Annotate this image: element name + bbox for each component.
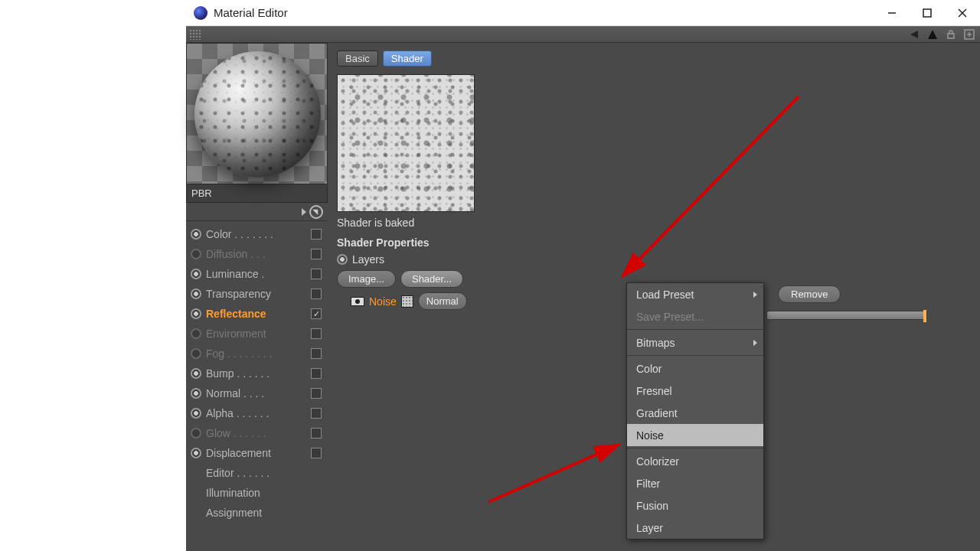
menu-item-label: Noise <box>636 429 664 442</box>
menu-item-load-preset[interactable]: Load Preset <box>627 283 763 305</box>
channel-label: Diffusion . . . <box>206 248 306 260</box>
blend-mode-button[interactable]: Normal <box>418 292 467 310</box>
menu-item-layer[interactable]: Layer <box>627 517 763 539</box>
channel-radio[interactable] <box>191 249 201 259</box>
minimize-button[interactable] <box>874 0 910 26</box>
channel-environment[interactable]: Environment <box>186 324 328 344</box>
channel-radio[interactable] <box>191 308 201 319</box>
cursor-icon[interactable] <box>309 205 323 219</box>
svg-rect-1 <box>923 9 931 17</box>
layer-entry-label[interactable]: Noise <box>369 295 397 308</box>
channel-checkbox[interactable] <box>311 428 322 439</box>
window-title: Material Editor <box>214 6 288 19</box>
tab-shader[interactable]: Shader <box>383 51 432 67</box>
preview-controls <box>186 203 328 221</box>
menu-item-label: Fresnel <box>636 385 672 397</box>
menu-item-label: Fusion <box>636 500 668 512</box>
titlebar: Material Editor <box>186 0 980 26</box>
visibility-icon[interactable] <box>351 297 364 306</box>
channel-radio[interactable] <box>191 368 201 379</box>
material-name-row[interactable]: PBR <box>186 184 328 203</box>
channel-checkbox[interactable] <box>311 348 322 359</box>
content-area: Basic Shader Shader is baked Shader Prop… <box>328 43 980 551</box>
channel-diffusion[interactable]: Diffusion . . . <box>186 244 328 264</box>
material-editor-window: Material Editor PBR Color . . . . . . <box>186 0 980 551</box>
close-button[interactable] <box>945 0 980 26</box>
layer-swatch[interactable] <box>401 295 413 308</box>
channel-transparency[interactable]: Transparency <box>186 284 328 304</box>
preview-sphere <box>194 51 321 178</box>
menu-item-label: Colorizer <box>636 455 679 468</box>
channel-assignment[interactable]: Assignment <box>186 503 328 523</box>
menu-item-gradient[interactable]: Gradient <box>627 402 763 424</box>
svg-line-12 <box>488 445 619 502</box>
toolbar-strip <box>186 26 980 43</box>
channel-label: Environment <box>206 328 306 340</box>
shader-preview[interactable] <box>337 74 475 212</box>
channel-checkbox[interactable] <box>311 368 322 379</box>
menu-item-bitmaps[interactable]: Bitmaps <box>627 331 763 354</box>
menu-item-filter[interactable]: Filter <box>627 472 763 494</box>
slider-knob[interactable] <box>923 310 926 322</box>
menu-item-fresnel[interactable]: Fresnel <box>627 380 763 402</box>
channel-radio[interactable] <box>191 269 201 279</box>
image-button[interactable]: Image... <box>337 270 396 288</box>
new-tab-button[interactable] <box>962 27 977 42</box>
channel-radio[interactable] <box>191 448 201 458</box>
channel-illumination[interactable]: Illumination <box>186 483 328 503</box>
svg-marker-4 <box>910 31 918 38</box>
channel-checkbox[interactable] <box>311 249 322 259</box>
channel-normal[interactable]: Normal . . . . <box>186 383 328 403</box>
menu-item-label: Load Preset <box>636 289 694 301</box>
channel-glow[interactable]: Glow . . . . . . <box>186 423 328 443</box>
opacity-slider[interactable] <box>766 311 927 320</box>
nav-back-button[interactable] <box>906 27 922 42</box>
channel-checkbox[interactable] <box>311 269 322 279</box>
nav-up-button[interactable] <box>925 27 940 42</box>
channel-checkbox[interactable] <box>311 448 322 458</box>
channel-reflectance[interactable]: Reflectance <box>186 304 328 324</box>
menu-item-fusion[interactable]: Fusion <box>627 494 763 517</box>
shader-button[interactable]: Shader... <box>400 270 463 288</box>
channel-checkbox[interactable] <box>311 328 322 339</box>
svg-line-11 <box>622 96 799 276</box>
channel-checkbox[interactable] <box>311 308 322 319</box>
menu-item-noise[interactable]: Noise <box>627 424 763 446</box>
channel-radio[interactable] <box>191 388 201 399</box>
menu-item-color[interactable]: Color <box>627 357 763 380</box>
channel-luminance[interactable]: Luminance . <box>186 264 328 284</box>
menu-item-colorizer[interactable]: Colorizer <box>627 450 763 472</box>
channel-label: Bump . . . . . . <box>206 367 306 380</box>
close-icon <box>958 8 967 18</box>
channel-radio[interactable] <box>191 328 201 339</box>
channel-checkbox[interactable] <box>311 229 322 240</box>
shader-popup-menu[interactable]: Load PresetSave Preset...BitmapsColorFre… <box>626 282 764 540</box>
channel-fog[interactable]: Fog . . . . . . . . <box>186 344 328 364</box>
remove-button[interactable]: Remove <box>778 285 841 303</box>
channel-label: Transparency <box>206 288 306 300</box>
channel-bump[interactable]: Bump . . . . . . <box>186 364 328 383</box>
expand-icon[interactable] <box>302 208 306 216</box>
channel-label: Glow . . . . . . <box>206 427 306 439</box>
menu-item-label: Bitmaps <box>636 337 675 349</box>
channel-checkbox[interactable] <box>311 388 322 399</box>
channel-displacement[interactable]: Displacement <box>186 443 328 463</box>
channel-checkbox[interactable] <box>311 289 322 299</box>
maximize-button[interactable] <box>910 0 945 26</box>
channel-checkbox[interactable] <box>311 408 322 419</box>
channel-radio[interactable] <box>191 229 201 240</box>
channel-editor[interactable]: Editor . . . . . . <box>186 463 328 483</box>
channel-alpha[interactable]: Alpha . . . . . . <box>186 403 328 423</box>
lock-button[interactable] <box>943 27 959 42</box>
channel-label: Reflectance <box>206 308 306 320</box>
channel-color[interactable]: Color . . . . . . . <box>186 224 328 244</box>
menu-item-label: Gradient <box>636 407 678 419</box>
layers-row: Layers <box>337 253 971 266</box>
channel-radio[interactable] <box>191 348 201 359</box>
material-preview[interactable] <box>186 43 328 184</box>
channel-radio[interactable] <box>191 289 201 299</box>
channel-radio[interactable] <box>191 408 201 419</box>
layers-radio[interactable] <box>337 254 348 265</box>
channel-radio[interactable] <box>191 428 201 439</box>
tab-basic[interactable]: Basic <box>337 51 378 67</box>
